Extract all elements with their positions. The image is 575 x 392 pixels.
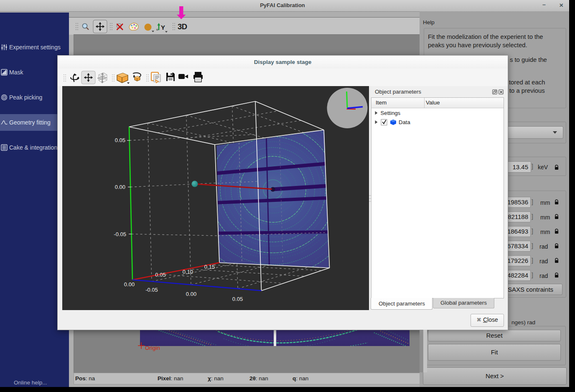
svg-text:0.15: 0.15 xyxy=(204,264,215,270)
svg-text:0.00: 0.00 xyxy=(115,184,125,190)
svg-text:0.05: 0.05 xyxy=(115,137,125,143)
svg-text:-0.05: -0.05 xyxy=(145,287,158,293)
svg-text:Origin: Origin xyxy=(145,345,160,351)
svg-text:0.00: 0.00 xyxy=(124,281,135,288)
svg-text:Y: Y xyxy=(161,24,165,31)
svg-text:0.10: 0.10 xyxy=(183,269,193,275)
svg-text:0.00: 0.00 xyxy=(186,291,196,297)
svg-text:-0.05: -0.05 xyxy=(114,231,126,237)
svg-text:0.05: 0.05 xyxy=(155,272,165,278)
svg-text:o: o xyxy=(156,28,158,31)
svg-text:Settings: Settings xyxy=(381,110,401,116)
svg-text:3D: 3D xyxy=(178,22,187,31)
svg-text:Data: Data xyxy=(399,119,411,125)
svg-text:0.05: 0.05 xyxy=(232,296,243,302)
